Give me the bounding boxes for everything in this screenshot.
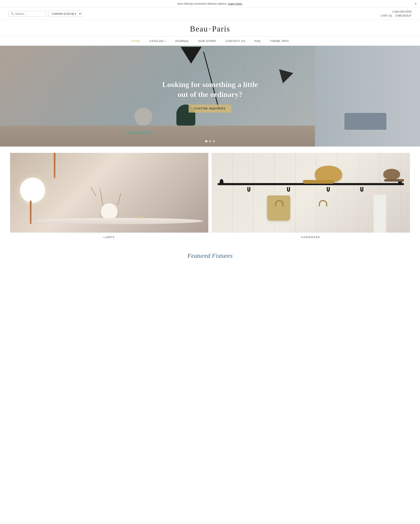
logo[interactable]: Beau·Paris <box>9 24 411 33</box>
vase <box>101 203 118 220</box>
nav-item-our-story[interactable]: OUR STORY <box>194 36 221 45</box>
lamps-image <box>10 153 208 233</box>
currency-selector[interactable]: CANADA (CAD $) ▾ <box>49 11 82 17</box>
announcement-link[interactable]: Learn more. <box>228 2 243 5</box>
search-icon: 🔍 <box>11 12 14 15</box>
hero-cta-button[interactable]: CUSTOM INQUIRIES <box>189 105 231 113</box>
nav-item-home[interactable]: HOME <box>127 36 145 45</box>
hardware-image <box>212 153 410 233</box>
phone-number: 1-800-555-5555 <box>392 10 411 13</box>
search-wrap: 🔍 <box>9 11 46 17</box>
table-object <box>139 216 143 218</box>
utility-right: 1-800-555-5555 CART (0) CHECKOUT <box>381 10 411 17</box>
checkout-link[interactable]: CHECKOUT <box>395 14 411 17</box>
logo-part2: Paris <box>212 24 230 33</box>
nav-list: HOME CATALOG ▾ JOURNAL OUR STORY CONTACT… <box>0 36 420 45</box>
search-input[interactable] <box>15 12 44 15</box>
branch-2 <box>117 193 121 205</box>
bracket-left <box>220 179 223 185</box>
chevron-down-icon: ▾ <box>165 40 166 42</box>
category-card-hardware[interactable]: HARDWARE <box>212 153 410 240</box>
slider-dot-2[interactable] <box>209 140 211 142</box>
main-nav: HOME CATALOG ▾ JOURNAL OUR STORY CONTACT… <box>0 36 420 46</box>
utility-bar: 🔍 CANADA (CAD $) ▾ 1-800-555-5555 CART (… <box>0 8 420 20</box>
announcement-close[interactable]: × <box>415 2 417 5</box>
cart-checkout-row: CART (0) CHECKOUT <box>381 14 411 17</box>
logo-wrap: Beau·Paris <box>0 20 420 36</box>
lamp-bulb <box>20 178 45 203</box>
category-grid: LAMPS <box>0 147 420 246</box>
hat2-brim <box>384 179 404 182</box>
hero-heading: Looking for something a little out of th… <box>158 80 262 99</box>
announcement-text: Now offering convenient delivery options… <box>177 2 227 5</box>
branch-1 <box>100 189 103 205</box>
announcement-bar: Now offering convenient delivery options… <box>0 0 420 8</box>
hero-slider: Looking for something a little out of th… <box>0 46 420 147</box>
nav-item-theme-info[interactable]: THEME INFO <box>265 36 293 45</box>
white-cloth <box>374 195 386 233</box>
branch-3 <box>91 187 96 196</box>
lamps-label: LAMPS <box>10 233 208 240</box>
logo-separator: · <box>209 24 211 33</box>
nav-item-faq[interactable]: FAQ <box>250 36 265 45</box>
hook-1 <box>247 187 250 192</box>
cart-link[interactable]: CART (0) <box>381 14 392 17</box>
hook-2 <box>287 187 290 192</box>
category-card-lamps[interactable]: LAMPS <box>10 153 208 240</box>
nav-item-journal[interactable]: JOURNAL <box>170 36 194 45</box>
nav-item-catalog[interactable]: CATALOG ▾ <box>145 36 170 45</box>
utility-left: 🔍 CANADA (CAD $) ▾ <box>9 11 82 17</box>
slider-dot-1[interactable] <box>205 140 207 142</box>
table-surface <box>35 218 203 224</box>
featured-fixtures-heading: Featured Fixtures <box>0 246 420 263</box>
hardware-label: HARDWARE <box>212 233 410 240</box>
hook-3 <box>327 187 330 192</box>
hat2-top <box>383 169 400 179</box>
logo-part1: Beau <box>190 24 208 33</box>
hat-brim <box>303 180 334 184</box>
slider-dots <box>205 140 215 142</box>
lamp-stem <box>30 201 32 224</box>
nav-item-contact-us[interactable]: CONTACT US <box>221 36 250 45</box>
lamp-cord <box>54 153 55 178</box>
slider-dot-3[interactable] <box>213 140 215 142</box>
hook-4 <box>360 187 363 192</box>
hero-content: Looking for something a little out of th… <box>158 80 262 113</box>
bag-body <box>267 195 290 221</box>
